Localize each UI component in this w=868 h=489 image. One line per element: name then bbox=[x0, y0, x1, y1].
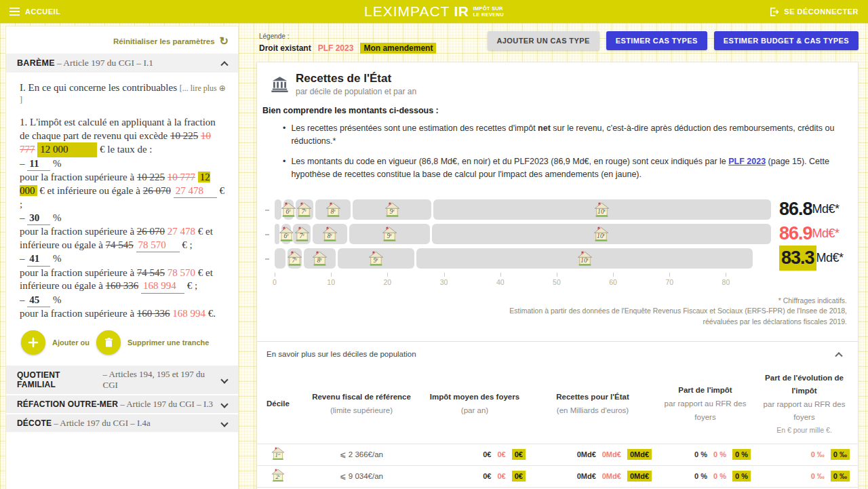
plf-2023-link[interactable]: PLF 2023 bbox=[728, 157, 766, 166]
brand-ir: IR bbox=[454, 3, 469, 20]
delete-bracket-button[interactable] bbox=[96, 330, 121, 355]
rate-input[interactable]: 41 bbox=[27, 252, 50, 267]
plf-value-input[interactable]: 27 478 bbox=[174, 184, 217, 199]
chevron-up-icon[interactable] bbox=[220, 61, 228, 69]
old-value-strikethrough: 160 336 bbox=[106, 280, 139, 291]
chart-bar-row-black: 6e 7e 8e 9e 10e bbox=[275, 199, 771, 220]
hamburger-icon[interactable] bbox=[9, 7, 20, 16]
rate-input[interactable]: 30 bbox=[27, 212, 50, 226]
reset-parameters-label[interactable]: Réinitialiser les paramètres bbox=[113, 37, 215, 45]
law-intro: I. En ce qui concerne les contribuables … bbox=[20, 82, 226, 105]
rate-input[interactable]: 11 bbox=[27, 157, 50, 172]
decile-house-icon: 2e bbox=[271, 468, 285, 482]
bar-segment-decile-9e: 9e bbox=[349, 224, 430, 244]
column-header-line1: Décile bbox=[267, 397, 303, 411]
estimate-cases-button[interactable]: ESTIMER CAS TYPES bbox=[606, 31, 707, 50]
x-axis-tick bbox=[331, 273, 332, 277]
legend-item-black: Droit existant bbox=[259, 43, 311, 53]
value-hl: 0€ bbox=[512, 471, 526, 482]
chevron-up-icon[interactable] bbox=[835, 352, 842, 359]
logout-label[interactable]: SE DÉCONNECTER bbox=[784, 7, 859, 16]
rfr-limit-cell: ⩽ 2 366€/an bbox=[303, 450, 420, 459]
bar-segment-decile-10e: 10e bbox=[432, 224, 771, 244]
bar-segment-decile-7e: 7e bbox=[288, 248, 302, 269]
decile-house-icon: 9e bbox=[384, 201, 401, 218]
home-label[interactable]: ACCUEIL bbox=[25, 7, 60, 16]
plf-value: 168 994 bbox=[172, 308, 205, 319]
government-building-icon bbox=[271, 75, 289, 94]
amendment-value-input[interactable]: 12 000 bbox=[37, 142, 97, 157]
x-axis-tick-label: 70 bbox=[665, 278, 673, 286]
law-text: % bbox=[50, 212, 61, 223]
bar-segment-decile-8e: 8e bbox=[313, 224, 347, 244]
plf-value-input[interactable]: 78 570 bbox=[136, 239, 180, 253]
deciles-details-label: En savoir plus sur les déciles de popula… bbox=[267, 350, 416, 358]
x-axis-tick bbox=[275, 273, 275, 277]
value-cell: 0 ‰0 ‰ bbox=[755, 449, 854, 460]
law-paragraph: pour la fraction supérieure à 10 225 10 … bbox=[20, 171, 226, 212]
value-red: 0Md€ bbox=[602, 472, 621, 480]
law-text: € le taux de : bbox=[97, 144, 152, 155]
law-text: pour la fraction supérieure à bbox=[20, 308, 137, 319]
table-row-decile-1er: 1er ⩽ 2 366€/an0€0€0€0Md€0Md€0Md€0 %0 %0… bbox=[257, 444, 858, 465]
value-red: 0Md€ bbox=[602, 450, 621, 458]
x-axis-tick-label: 80 bbox=[722, 278, 730, 286]
reset-parameters-button[interactable]: Réinitialiser les paramètres ↻ bbox=[6, 26, 238, 54]
decile-house-icon: 1er bbox=[271, 446, 285, 461]
decile-house-icon: 10e bbox=[576, 250, 593, 267]
law-text: € ; bbox=[184, 280, 197, 291]
bareme-section-header[interactable]: BARÈME – Article 197 du CGI – I.1 bbox=[6, 54, 238, 73]
bullet2-text: Les montants du code en vigueur (86,8 Md… bbox=[291, 157, 728, 166]
chart-footnotes: * Chiffrages indicatifs. Estimation à pa… bbox=[257, 290, 858, 337]
x-axis-tick-label: 20 bbox=[384, 278, 392, 286]
card-subtitle: par décile de population et par an bbox=[296, 87, 416, 96]
law-text: – bbox=[20, 253, 27, 264]
plf-value-strikethrough: 10 777 bbox=[167, 172, 195, 182]
column-header: Recettes pour l'État(en Milliards d'euro… bbox=[530, 391, 656, 417]
sidebar-section-r-faction-outre-mer[interactable]: RÉFACTION OUTRE-MER– Article 197 du CGI … bbox=[6, 395, 238, 413]
value-hl: 0 ‰ bbox=[831, 471, 850, 482]
bar-segment-decile-10e: 10e bbox=[416, 248, 753, 269]
chart-bar-row-highlight: 7e 8e 9e 10e bbox=[275, 248, 771, 269]
decile-house-icon: 6e bbox=[280, 201, 297, 218]
estimate-budget-button[interactable]: ESTIMER BUDGET & CAS TYPES bbox=[714, 31, 859, 50]
chevron-down-icon[interactable] bbox=[220, 419, 228, 427]
deciles-table-header: DécileRevenu fiscal de référence(limite … bbox=[257, 366, 858, 444]
section-title: QUOTIENT FAMILIAL bbox=[17, 370, 101, 389]
column-header-line2: (limite supérieure) bbox=[303, 404, 420, 418]
add-case-button[interactable]: AJOUTER UN CAS TYPE bbox=[488, 31, 599, 50]
add-bracket-button[interactable] bbox=[21, 330, 45, 355]
sidebar-section-d-cote[interactable]: DÉCOTE– Article 197 du CGI – I.4a bbox=[6, 414, 238, 432]
deciles-table-body: 1er ⩽ 2 366€/an0€0€0€0Md€0Md€0Md€0 %0 %0… bbox=[257, 444, 858, 489]
refresh-icon[interactable]: ↻ bbox=[220, 36, 229, 47]
value-black: 0€ bbox=[483, 472, 491, 480]
home-menu[interactable]: ACCUEIL bbox=[9, 7, 60, 16]
deciles-details-toggle[interactable]: En savoir plus sur les déciles de popula… bbox=[257, 341, 858, 366]
value-red: 0 ‰ bbox=[811, 450, 825, 458]
law-text-area: I. En ce qui concerne les contribuables … bbox=[6, 73, 238, 355]
bareme-subtitle: – Article 197 du CGI – I.1 bbox=[57, 58, 153, 69]
column-header-line1: Revenu fiscal de référence bbox=[303, 391, 420, 404]
rate-input[interactable]: 45 bbox=[27, 294, 50, 308]
legend-item-highlight: Mon amendement bbox=[360, 43, 436, 54]
logout-button[interactable]: SE DÉCONNECTER bbox=[769, 7, 859, 17]
law-intro-text: I. En ce qui concerne les contribuables bbox=[20, 82, 177, 93]
footnote-indicative: * Chiffrages indicatifs. bbox=[257, 296, 847, 307]
sidebar-section-quotient-familial[interactable]: QUOTIENT FAMILIAL– Articles 194, 195 et … bbox=[6, 366, 238, 394]
chevron-down-icon[interactable] bbox=[220, 376, 228, 383]
footnote-source-2: réévaluées par les déclarations fiscales… bbox=[257, 317, 847, 328]
revenue-bar-chart: 6e 7e 8e 9e 10e 6e 7e bbox=[257, 189, 858, 290]
law-text: % bbox=[50, 253, 61, 264]
bracket-actions: Ajouter ou Supprimer une tranche bbox=[21, 330, 226, 355]
explanation-title: Bien comprendre les montants ci-dessous … bbox=[262, 106, 851, 115]
plf-value-input[interactable]: 168 994 bbox=[141, 279, 184, 294]
brand-name: LEXIMPACT bbox=[364, 3, 450, 20]
law-paragraph: pour la fraction supérieure à 160 336 16… bbox=[20, 307, 226, 321]
footnote-source-1: Estimation à partir des données de l'Enq… bbox=[257, 306, 847, 317]
page-background: Réinitialiser les paramètres ↻ BARÈME – … bbox=[0, 23, 868, 489]
value-red: 0 ‰ bbox=[811, 472, 825, 480]
old-value-strikethrough: 10 225 bbox=[137, 172, 165, 182]
x-axis-tick-label: 40 bbox=[496, 278, 505, 286]
chevron-down-icon[interactable] bbox=[220, 400, 228, 408]
law-text: pour la fraction supérieure à bbox=[20, 172, 137, 182]
